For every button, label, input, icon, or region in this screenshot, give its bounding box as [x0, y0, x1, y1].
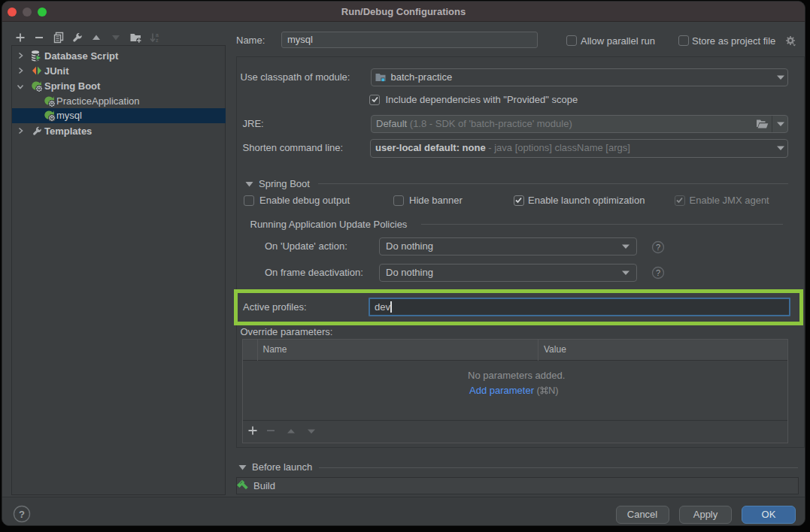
svg-text:a: a: [156, 32, 159, 38]
svg-text:?: ?: [656, 268, 660, 277]
svg-text:?: ?: [19, 509, 25, 520]
svg-text:?: ?: [656, 243, 660, 252]
svg-text:z: z: [156, 38, 159, 43]
